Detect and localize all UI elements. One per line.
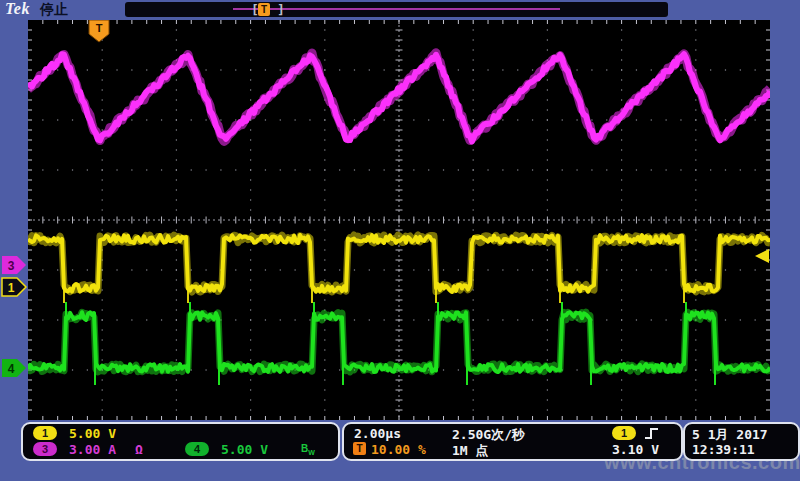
tek-logo: Tek xyxy=(5,0,30,18)
horizontal-trigger-readout-box[interactable]: 2.00µs 2.50G次/秒 1 T 10.00 % 1M 点 3.10 V xyxy=(342,422,683,461)
record-view-bar[interactable]: [ T ] xyxy=(125,2,668,17)
ch1-scale[interactable]: 5.00 V xyxy=(69,426,116,441)
ch4-badge[interactable]: 4 xyxy=(185,442,209,456)
graticule: T xyxy=(28,20,770,420)
svg-text:T: T xyxy=(96,22,103,34)
ch3-position-marker[interactable]: 3 xyxy=(2,256,26,274)
waveform-canvas: T xyxy=(28,20,770,420)
ch1-position-marker[interactable]: 1 xyxy=(2,278,26,296)
time-readout: 12:39:11 xyxy=(692,442,755,457)
svg-text:4: 4 xyxy=(8,362,15,376)
acquisition-status: 停止 xyxy=(40,1,68,19)
ch4-position-marker[interactable]: 4 xyxy=(2,359,26,377)
ch3-badge[interactable]: 3 xyxy=(33,442,57,456)
trigger-level-arrow[interactable] xyxy=(755,249,769,263)
bandwidth-limit-icon: BW xyxy=(301,443,315,456)
channel-readout-box[interactable]: 1 5.00 V 3 3.00 A Ω 4 5.00 V BW xyxy=(21,422,340,461)
trigger-source-badge[interactable]: 1 xyxy=(612,426,636,440)
trigger-position-flag[interactable]: T xyxy=(89,20,109,42)
svg-text:1: 1 xyxy=(8,281,15,295)
ch1-badge[interactable]: 1 xyxy=(33,426,57,440)
trigger-level-readout[interactable]: 3.10 V xyxy=(612,442,659,457)
rising-edge-icon xyxy=(644,426,660,441)
timebase-readout[interactable]: 2.00µs xyxy=(354,426,401,441)
ch3-impedance: Ω xyxy=(135,442,143,457)
datetime-box: 5 1月 2017 12:39:11 xyxy=(683,422,800,461)
svg-text:3: 3 xyxy=(8,259,15,273)
channel-marker-rail: 314 xyxy=(0,20,28,420)
record-window-right-bracket[interactable]: ] xyxy=(277,2,285,17)
trigger-position-readout[interactable]: 10.00 % xyxy=(371,442,426,457)
record-length-readout: 1M 点 xyxy=(452,442,488,460)
ch3-scale[interactable]: 3.00 A xyxy=(69,442,116,457)
record-trigger-marker[interactable]: T xyxy=(258,3,270,16)
trigger-position-badge: T xyxy=(353,442,366,455)
ch4-scale[interactable]: 5.00 V xyxy=(221,442,268,457)
oscilloscope-screen: Tek 停止 [ T ] T 314 1 5.00 V 3 3.00 A Ω 4… xyxy=(0,0,800,481)
